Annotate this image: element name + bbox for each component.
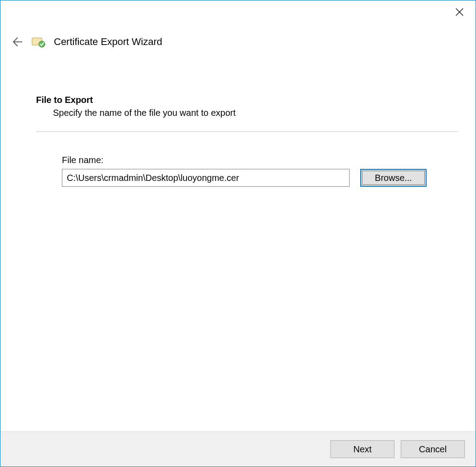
file-input-row: Browse... <box>62 169 458 187</box>
file-form-group: File name: Browse... <box>62 155 458 187</box>
page-title: Certificate Export Wizard <box>54 36 162 48</box>
wizard-footer: Next Cancel <box>0 431 476 467</box>
next-button[interactable]: Next <box>330 440 395 458</box>
section-title: File to Export <box>36 95 458 105</box>
back-button[interactable] <box>11 36 23 48</box>
back-arrow-icon <box>11 36 23 48</box>
certificate-wizard-icon <box>31 34 46 49</box>
wizard-header: Certificate Export Wizard <box>0 0 476 49</box>
content-area: File to Export Specify the name of the f… <box>0 49 476 431</box>
section-subtitle: Specify the name of the file you want to… <box>53 108 458 118</box>
cancel-button[interactable]: Cancel <box>401 440 465 458</box>
file-name-label: File name: <box>62 155 458 165</box>
file-name-input[interactable] <box>62 169 350 187</box>
divider <box>36 131 458 132</box>
wizard-window: Certificate Export Wizard File to Export… <box>0 0 476 467</box>
browse-button[interactable]: Browse... <box>360 169 427 187</box>
close-button[interactable] <box>452 5 467 19</box>
close-icon <box>455 8 464 16</box>
